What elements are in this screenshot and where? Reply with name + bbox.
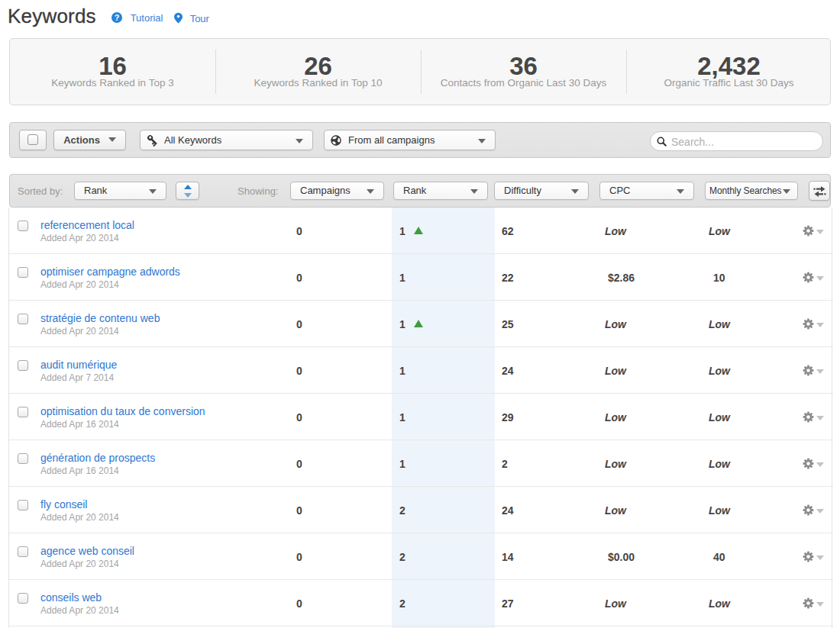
svg-text:?: ? — [115, 13, 120, 22]
